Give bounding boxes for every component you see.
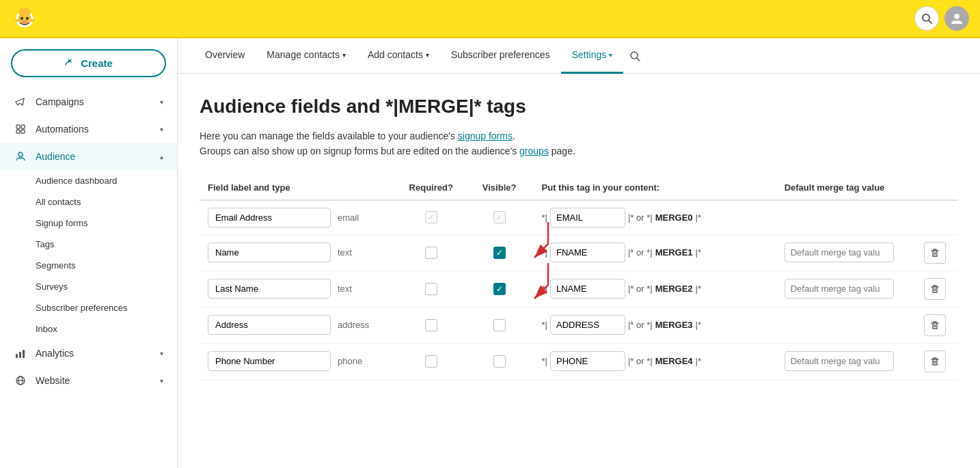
sidebar-sub-audience-dashboard[interactable]: Audience dashboard (0, 170, 177, 191)
visible-check-phone[interactable] (493, 355, 506, 368)
subnav-manage-contacts[interactable]: Manage contacts ▾ (256, 38, 357, 74)
required-check-address[interactable] (425, 319, 437, 331)
page-description: Here you can manage the fields available… (200, 128, 958, 159)
audience-chevron: ▴ (160, 153, 163, 161)
create-button[interactable]: Create (11, 49, 166, 77)
topbar-search-button[interactable] (914, 6, 939, 31)
sidebar-item-website[interactable]: Website ▾ (0, 367, 177, 394)
merge-tag-input-name[interactable] (550, 243, 625, 262)
visible-cell-phone[interactable] (465, 343, 534, 379)
svg-rect-14 (21, 125, 25, 128)
sidebar-sub-all-contacts[interactable]: All contacts (0, 191, 177, 212)
delete-button-last-name[interactable] (924, 278, 946, 300)
tag-value2-address: MERGE3 (655, 320, 693, 330)
tag-suffix-last-name: |* (696, 284, 701, 294)
tag-prefix-phone: *| (542, 356, 547, 366)
required-check-phone[interactable] (425, 355, 437, 368)
default-val-cell-name (776, 234, 916, 271)
audience-icon (14, 150, 27, 163)
default-val-input-last-name[interactable] (785, 279, 894, 299)
visible-cell-email[interactable]: ✓ (465, 200, 534, 235)
field-label-input-last-name[interactable] (208, 279, 331, 299)
required-cell-email[interactable]: ✓ (397, 200, 465, 235)
sidebar-sub-tags[interactable]: Tags (0, 234, 177, 255)
field-label-input-address[interactable] (208, 315, 331, 335)
delete-button-name[interactable] (924, 242, 946, 264)
visible-check-last-name[interactable]: ✓ (493, 283, 506, 295)
tag-middle-name: |* or *| (628, 247, 653, 258)
field-cell-last-name: text (200, 271, 397, 307)
subnav-settings[interactable]: Settings ▾ (561, 38, 624, 74)
merge-tag-input-address[interactable] (550, 315, 625, 335)
subnav-search-button[interactable] (629, 50, 641, 62)
required-check-name[interactable] (425, 247, 437, 259)
tag-value2-last-name: MERGE2 (655, 284, 693, 294)
required-cell-name[interactable] (397, 234, 465, 271)
table-row: text ✓ *| |* or *| MERGE2 |* (200, 271, 958, 307)
sidebar-sub-segments[interactable]: Segments (0, 255, 177, 276)
field-label-input-name[interactable] (208, 243, 331, 262)
merge-tag-input-last-name[interactable] (550, 279, 625, 299)
campaigns-chevron: ▾ (160, 98, 163, 106)
signup-forms-link[interactable]: signup forms (458, 130, 513, 141)
svg-point-6 (31, 19, 35, 22)
visible-check-address[interactable] (493, 319, 506, 331)
merge-tag-cell-address: *| |* or *| MERGE3 |* (534, 307, 776, 343)
svg-rect-16 (21, 130, 25, 133)
default-val-input-phone[interactable] (785, 351, 894, 371)
subnav-add-contacts[interactable]: Add contacts ▾ (357, 38, 440, 74)
default-val-input-name[interactable] (785, 243, 894, 262)
merge-tag-input-email[interactable] (550, 208, 625, 228)
page-title: Audience fields and *|MERGE|* tags (200, 96, 958, 118)
svg-rect-15 (16, 130, 20, 133)
subnav-subscriber-preferences[interactable]: Subscriber preferences (440, 38, 561, 74)
manage-contacts-chevron: ▾ (342, 51, 346, 59)
delete-button-phone[interactable] (924, 350, 946, 372)
sub-navigation: Overview Manage contacts ▾ Add contacts … (178, 38, 980, 74)
website-chevron: ▾ (160, 377, 163, 385)
tag-middle-email: |* or *| (628, 212, 653, 223)
required-check-last-name[interactable] (425, 283, 437, 295)
merge-tag-input-phone[interactable] (550, 351, 625, 371)
tag-middle-phone: |* or *| (628, 356, 653, 366)
sidebar-sub-signup-forms[interactable]: Signup forms (0, 212, 177, 234)
visible-check-name[interactable]: ✓ (493, 247, 506, 259)
groups-link[interactable]: groups (519, 146, 549, 156)
automations-label: Automations (36, 124, 152, 135)
sidebar-item-campaigns[interactable]: Campaigns ▾ (0, 88, 177, 115)
visible-cell-name[interactable]: ✓ (465, 234, 534, 271)
default-val-cell-address (776, 307, 916, 343)
sidebar-item-analytics[interactable]: Analytics ▾ (0, 340, 177, 367)
subnav-overview[interactable]: Overview (194, 38, 256, 74)
visible-cell-last-name[interactable]: ✓ (465, 271, 534, 307)
logo[interactable] (11, 4, 38, 33)
user-avatar[interactable] (944, 6, 969, 31)
field-type-phone: phone (338, 356, 362, 366)
required-check-email[interactable]: ✓ (425, 211, 437, 223)
tag-middle-last-name: |* or *| (628, 284, 653, 294)
merge-tag-cell-email: *| |* or *| MERGE0 |* (534, 200, 776, 235)
field-type-last-name: text (338, 284, 352, 294)
delete-button-address[interactable] (924, 314, 946, 336)
tag-prefix-name: *| (542, 247, 547, 258)
field-label-input-email[interactable] (208, 208, 331, 228)
default-val-cell-email (776, 200, 916, 235)
sidebar-sub-subscriber-preferences[interactable]: Subscriber preferences (0, 297, 177, 318)
visible-check-email[interactable]: ✓ (493, 211, 506, 223)
svg-point-3 (26, 17, 29, 20)
sidebar-sub-inbox[interactable]: Inbox (0, 318, 177, 340)
field-label-input-phone[interactable] (208, 351, 331, 371)
sidebar-item-automations[interactable]: Automations ▾ (0, 115, 177, 143)
svg-rect-20 (23, 350, 25, 358)
sidebar-sub-surveys[interactable]: Surveys (0, 276, 177, 297)
visible-cell-address[interactable] (465, 307, 534, 343)
required-cell-address[interactable] (397, 307, 465, 343)
required-cell-phone[interactable] (397, 343, 465, 379)
col-header-required: Required? (397, 176, 465, 200)
tag-value2-name: MERGE1 (655, 247, 693, 258)
delete-cell-name (916, 234, 958, 271)
sidebar-item-audience[interactable]: Audience ▴ (0, 143, 177, 170)
col-header-default: Default merge tag value (776, 176, 916, 200)
required-cell-last-name[interactable] (397, 271, 465, 307)
top-bar (0, 0, 980, 38)
